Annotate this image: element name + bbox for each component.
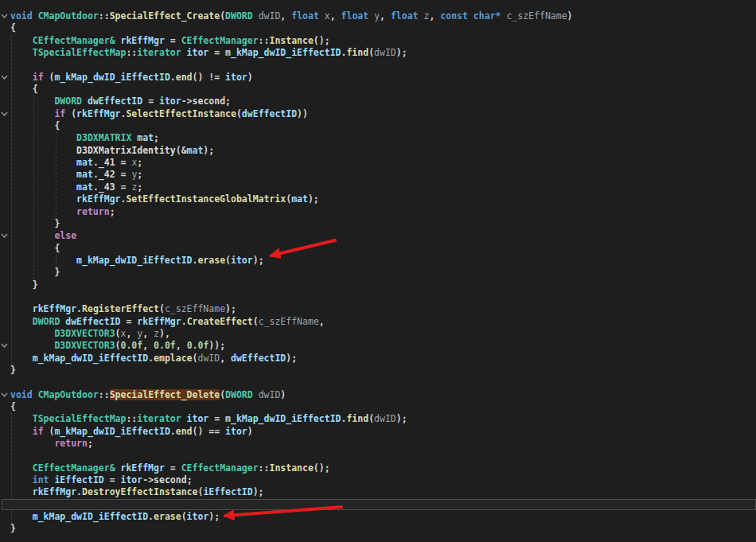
code-line [10, 59, 573, 71]
code-token: second [154, 474, 187, 485]
code-token: mat [187, 145, 204, 156]
code-line: if (m_kMap_dwID_iEffectID.end() != itor) [10, 72, 573, 84]
code-token: :: [126, 47, 137, 58]
code-token: , [142, 340, 154, 351]
code-token: ( [236, 108, 242, 119]
code-line: } [10, 267, 573, 279]
code-token: mat [291, 193, 308, 205]
code-token: 0.0f [187, 340, 209, 351]
code-token: , [429, 10, 440, 21]
code-line: D3DXMATRIX mat; [10, 132, 573, 144]
code-line: D3DXVECTOR3(0.0f, 0.0f, 0.0f)); [10, 340, 573, 352]
code-token: iEffectID [54, 474, 103, 485]
code-token: 0.0f [154, 340, 176, 351]
code-token: :: [126, 413, 137, 424]
code-line [10, 450, 573, 462]
code-token: = [208, 413, 225, 424]
code-line: int iEffectID = itor->second; [10, 474, 573, 486]
code-line: CEffectManager& rkEffMgr = CEffectManage… [10, 35, 573, 47]
code-token: ) [280, 389, 286, 400]
code-token: { [10, 22, 16, 33]
fold-chevron-icon[interactable] [1, 392, 8, 398]
code-line: } [10, 279, 573, 291]
code-token: DWORD [54, 96, 82, 107]
code-token: dwID [374, 47, 396, 58]
code-token: :: [99, 10, 110, 21]
code-line: return; [10, 206, 573, 218]
code-token: . [76, 486, 82, 497]
code-token: . [76, 303, 82, 314]
code-line: CEffectManager& rkEffMgr = CEffectManage… [10, 462, 573, 474]
code-token: ( [115, 340, 121, 351]
code-token: , [330, 10, 341, 21]
code-line: } [10, 218, 573, 230]
code-token [115, 462, 121, 474]
code-token: mat [76, 157, 93, 168]
fold-chevron-icon[interactable] [1, 343, 8, 349]
code-token: char* [473, 10, 501, 21]
code-token: c_szEffName [165, 303, 225, 314]
code-token: ), [159, 328, 170, 339]
code-token: if [33, 426, 44, 437]
code-token: dwID [259, 10, 281, 21]
code-token: TSpecialEffectMap [33, 413, 127, 424]
code-token: , [142, 328, 154, 339]
code-token: ( [44, 72, 55, 83]
code-token: z [154, 328, 159, 339]
code-token: end [176, 426, 193, 437]
fold-chevron-icon[interactable] [1, 14, 8, 19]
code-line: mat._42 = y; [10, 169, 573, 181]
code-token: second [193, 96, 226, 107]
code-token: )); [208, 340, 225, 351]
code-token: { [10, 401, 16, 412]
code-token: , [319, 316, 325, 327]
code-token: rkEffMgr [121, 462, 165, 474]
code-token [419, 10, 424, 21]
code-token: mat [137, 132, 154, 143]
code-token: x [325, 10, 330, 21]
code-line: m_kMap_dwID_iEffectID.emplace(dwID, dwEf… [10, 353, 573, 365]
code-token: itor [225, 426, 247, 437]
code-token [253, 10, 259, 21]
code-editor[interactable]: void CMapOutdoor::SpecialEffect_Create(D… [0, 0, 756, 542]
code-token [33, 389, 38, 400]
code-token: , [126, 328, 137, 339]
code-token: find [346, 47, 368, 58]
code-token: CMapOutdoor [38, 389, 99, 400]
code-token: } [10, 365, 16, 376]
code-token: () != [193, 72, 226, 83]
code-token: . [93, 169, 99, 180]
code-token: CEffectManager& [33, 35, 115, 46]
code-token: :: [259, 35, 270, 46]
code-token: m_kMap_dwID_iEffectID [54, 426, 170, 437]
code-token: } [10, 523, 16, 534]
code-token: DWORD [33, 316, 60, 327]
code-token: ; [225, 96, 231, 107]
code-token: ) [247, 426, 253, 437]
code-line: mat._43 = z; [10, 181, 573, 193]
code-token: c_szEffName [506, 10, 567, 21]
fold-chevron-icon[interactable] [1, 75, 8, 80]
fold-chevron-icon[interactable] [1, 233, 8, 239]
code-token: . [148, 353, 154, 364]
code-token: void [10, 389, 33, 400]
code-line [10, 291, 573, 303]
code-token: ); [396, 413, 407, 424]
code-token: c_szEffName [259, 316, 319, 327]
code-token: dwEffectID [65, 316, 120, 327]
code-line [10, 376, 573, 388]
code-token: . [181, 316, 187, 327]
code-token: ( [181, 511, 187, 522]
code-line: { [10, 401, 573, 413]
code-token: -> [181, 96, 193, 107]
code-token [33, 10, 38, 21]
code-token: , [176, 340, 187, 351]
code-token: CreateEffect [187, 316, 253, 327]
code-token: = [115, 157, 132, 168]
code-area[interactable]: void CMapOutdoor::SpecialEffect_Create(D… [10, 10, 573, 536]
code-token: { [33, 84, 38, 95]
code-token: m_kMap_dwID_iEffectID [225, 47, 341, 58]
fold-chevron-icon[interactable] [1, 111, 8, 117]
code-token: return [76, 206, 110, 217]
code-line: DWORD dwEffectID = rkEffMgr.CreateEffect… [10, 316, 573, 328]
